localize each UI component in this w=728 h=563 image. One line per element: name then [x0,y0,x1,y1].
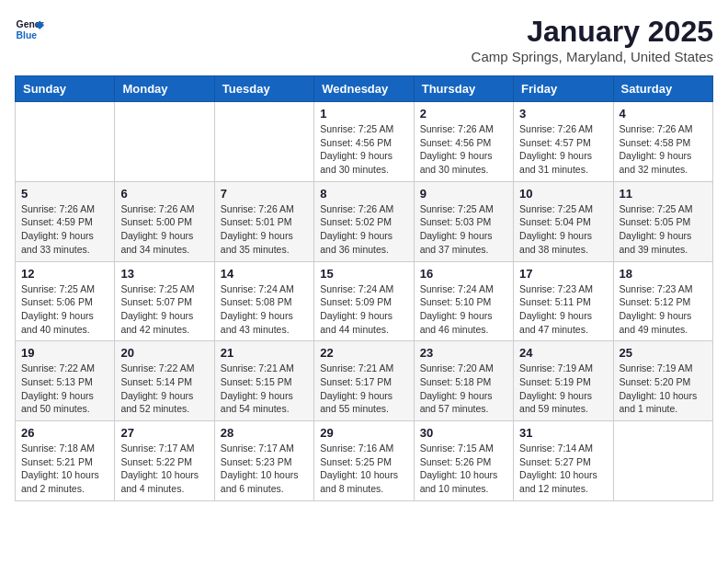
calendar-cell [115,102,214,182]
day-info: Sunrise: 7:24 AM Sunset: 5:09 PM Dayligh… [320,282,407,337]
calendar-cell: 13Sunrise: 7:25 AM Sunset: 5:07 PM Dayli… [115,261,214,341]
weekday-header: Monday [115,76,214,102]
calendar-cell: 19Sunrise: 7:22 AM Sunset: 5:13 PM Dayli… [16,341,115,421]
day-info: Sunrise: 7:16 AM Sunset: 5:25 PM Dayligh… [320,442,407,496]
day-info: Sunrise: 7:26 AM Sunset: 5:01 PM Dayligh… [221,202,308,257]
weekday-header: Friday [514,76,613,102]
calendar-cell: 26Sunrise: 7:18 AM Sunset: 5:21 PM Dayli… [16,421,115,501]
day-number: 15 [320,267,407,281]
day-number: 4 [620,107,707,121]
calendar-cell: 3Sunrise: 7:26 AM Sunset: 4:57 PM Daylig… [514,102,613,182]
calendar-cell: 28Sunrise: 7:17 AM Sunset: 5:23 PM Dayli… [214,421,313,501]
day-number: 6 [120,187,208,201]
calendar-cell: 4Sunrise: 7:26 AM Sunset: 4:58 PM Daylig… [613,102,712,182]
day-info: Sunrise: 7:23 AM Sunset: 5:11 PM Dayligh… [519,282,607,337]
day-number: 19 [21,346,108,360]
calendar-cell: 12Sunrise: 7:25 AM Sunset: 5:06 PM Dayli… [16,261,115,341]
calendar-cell [214,102,313,182]
calendar-cell: 9Sunrise: 7:25 AM Sunset: 5:03 PM Daylig… [414,181,513,261]
calendar-week-row: 19Sunrise: 7:22 AM Sunset: 5:13 PM Dayli… [16,341,713,421]
calendar-cell: 24Sunrise: 7:19 AM Sunset: 5:19 PM Dayli… [514,341,613,421]
day-number: 21 [221,346,308,360]
day-info: Sunrise: 7:22 AM Sunset: 5:13 PM Dayligh… [21,362,108,416]
weekday-header: Wednesday [314,76,414,102]
calendar-cell: 20Sunrise: 7:22 AM Sunset: 5:14 PM Dayli… [115,341,214,421]
day-number: 12 [21,267,108,281]
calendar-cell: 27Sunrise: 7:17 AM Sunset: 5:22 PM Dayli… [115,421,214,501]
day-info: Sunrise: 7:20 AM Sunset: 5:18 PM Dayligh… [420,362,507,416]
day-info: Sunrise: 7:22 AM Sunset: 5:14 PM Dayligh… [120,362,208,416]
day-number: 31 [519,426,607,440]
day-number: 11 [620,187,707,201]
page-header: General Blue January 2025 Camp Springs, … [15,15,713,64]
weekday-header: Sunday [16,76,115,102]
day-number: 16 [420,267,507,281]
day-info: Sunrise: 7:18 AM Sunset: 5:21 PM Dayligh… [21,442,108,496]
day-number: 2 [420,107,507,121]
day-info: Sunrise: 7:25 AM Sunset: 5:06 PM Dayligh… [21,282,108,337]
day-info: Sunrise: 7:15 AM Sunset: 5:26 PM Dayligh… [420,442,507,496]
calendar-cell: 17Sunrise: 7:23 AM Sunset: 5:11 PM Dayli… [514,261,613,341]
calendar-cell: 31Sunrise: 7:14 AM Sunset: 5:27 PM Dayli… [514,421,613,501]
day-info: Sunrise: 7:19 AM Sunset: 5:20 PM Dayligh… [620,362,707,416]
calendar-cell: 30Sunrise: 7:15 AM Sunset: 5:26 PM Dayli… [414,421,513,501]
day-info: Sunrise: 7:17 AM Sunset: 5:22 PM Dayligh… [120,442,208,496]
day-info: Sunrise: 7:14 AM Sunset: 5:27 PM Dayligh… [519,442,607,496]
calendar-cell: 8Sunrise: 7:26 AM Sunset: 5:02 PM Daylig… [314,181,414,261]
calendar-header-row: SundayMondayTuesdayWednesdayThursdayFrid… [16,76,713,102]
day-number: 29 [320,426,407,440]
day-info: Sunrise: 7:25 AM Sunset: 5:03 PM Dayligh… [420,202,507,257]
day-number: 13 [120,267,208,281]
calendar-cell: 29Sunrise: 7:16 AM Sunset: 5:25 PM Dayli… [314,421,414,501]
calendar-cell: 1Sunrise: 7:25 AM Sunset: 4:56 PM Daylig… [314,102,414,182]
day-info: Sunrise: 7:21 AM Sunset: 5:15 PM Dayligh… [221,362,308,416]
calendar-cell: 25Sunrise: 7:19 AM Sunset: 5:20 PM Dayli… [613,341,712,421]
day-info: Sunrise: 7:25 AM Sunset: 5:05 PM Dayligh… [620,202,707,257]
day-info: Sunrise: 7:21 AM Sunset: 5:17 PM Dayligh… [320,362,407,416]
day-number: 3 [519,107,607,121]
day-number: 8 [320,187,407,201]
day-number: 17 [519,267,607,281]
day-number: 18 [620,267,707,281]
calendar-cell: 21Sunrise: 7:21 AM Sunset: 5:15 PM Dayli… [214,341,313,421]
day-number: 7 [221,187,308,201]
day-number: 27 [120,426,208,440]
day-number: 28 [221,426,308,440]
calendar-table: SundayMondayTuesdayWednesdayThursdayFrid… [15,75,713,501]
calendar-cell: 15Sunrise: 7:24 AM Sunset: 5:09 PM Dayli… [314,261,414,341]
day-info: Sunrise: 7:26 AM Sunset: 5:00 PM Dayligh… [120,202,208,257]
calendar-cell: 18Sunrise: 7:23 AM Sunset: 5:12 PM Dayli… [613,261,712,341]
svg-text:Blue: Blue [17,30,38,40]
day-info: Sunrise: 7:19 AM Sunset: 5:19 PM Dayligh… [519,362,607,416]
day-info: Sunrise: 7:26 AM Sunset: 5:02 PM Dayligh… [320,202,407,257]
calendar-week-row: 1Sunrise: 7:25 AM Sunset: 4:56 PM Daylig… [16,102,713,182]
calendar-cell: 16Sunrise: 7:24 AM Sunset: 5:10 PM Dayli… [414,261,513,341]
day-number: 23 [420,346,507,360]
location: Camp Springs, Maryland, United States [472,49,713,64]
day-info: Sunrise: 7:23 AM Sunset: 5:12 PM Dayligh… [620,282,707,337]
day-info: Sunrise: 7:25 AM Sunset: 5:04 PM Dayligh… [519,202,607,257]
calendar-cell [613,421,712,501]
day-number: 5 [21,187,108,201]
calendar-week-row: 26Sunrise: 7:18 AM Sunset: 5:21 PM Dayli… [16,421,713,501]
calendar-cell [16,102,115,182]
calendar-cell: 2Sunrise: 7:26 AM Sunset: 4:56 PM Daylig… [414,102,513,182]
day-info: Sunrise: 7:25 AM Sunset: 4:56 PM Dayligh… [320,122,407,177]
day-info: Sunrise: 7:25 AM Sunset: 5:07 PM Dayligh… [120,282,208,337]
day-info: Sunrise: 7:24 AM Sunset: 5:10 PM Dayligh… [420,282,507,337]
day-number: 30 [420,426,507,440]
logo-icon: General Blue [15,15,44,44]
calendar-week-row: 12Sunrise: 7:25 AM Sunset: 5:06 PM Dayli… [16,261,713,341]
day-number: 26 [21,426,108,440]
day-number: 1 [320,107,407,121]
day-number: 9 [420,187,507,201]
day-info: Sunrise: 7:24 AM Sunset: 5:08 PM Dayligh… [221,282,308,337]
day-number: 20 [120,346,208,360]
day-info: Sunrise: 7:26 AM Sunset: 4:57 PM Dayligh… [519,122,607,177]
day-number: 24 [519,346,607,360]
month-title: January 2025 [472,15,713,49]
title-block: January 2025 Camp Springs, Maryland, Uni… [472,15,713,64]
day-number: 14 [221,267,308,281]
calendar-cell: 22Sunrise: 7:21 AM Sunset: 5:17 PM Dayli… [314,341,414,421]
calendar-week-row: 5Sunrise: 7:26 AM Sunset: 4:59 PM Daylig… [16,181,713,261]
